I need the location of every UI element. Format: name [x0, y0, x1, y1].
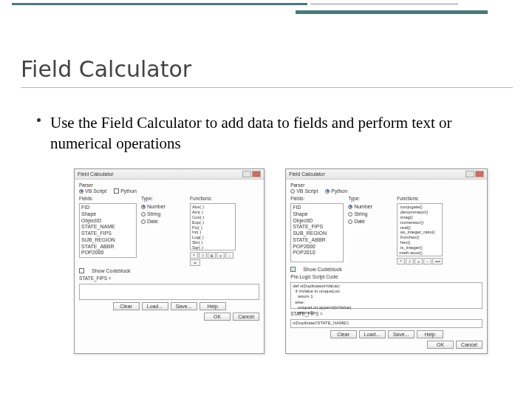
field-calculator-dialog-vb: Field Calculator Parser VB Script Python…: [74, 168, 265, 354]
page-title: Field Calculator: [21, 56, 191, 82]
op-minus[interactable]: -: [225, 252, 233, 259]
radio-type-number[interactable]: Number: [348, 204, 392, 209]
title-underline: [21, 87, 513, 88]
list-item[interactable]: STATE_FIPS: [81, 231, 134, 237]
radio-type-string[interactable]: String: [141, 211, 185, 216]
radio-vbscript[interactable]: VB Script: [79, 188, 106, 194]
window-title: Field Calculator: [289, 171, 325, 177]
help-button[interactable]: Help: [200, 302, 226, 310]
ok-button[interactable]: OK: [427, 341, 454, 349]
op-multiply[interactable]: *: [190, 252, 198, 259]
list-item[interactable]: math.acos(): [399, 250, 440, 256]
window-titlebar[interactable]: Field Calculator: [286, 169, 487, 180]
functions-listbox[interactable]: .conjugate() .denominator() .imag() .num…: [397, 203, 443, 256]
fields-listbox[interactable]: FID Shape ObjectID STATE_NAME STATE_FIPS…: [79, 203, 137, 258]
list-item[interactable]: .as_integer_ratio(): [399, 230, 440, 235]
op-minus[interactable]: -: [423, 258, 432, 265]
list-item[interactable]: Atn( ): [192, 210, 233, 215]
op-multiply[interactable]: *: [397, 258, 405, 265]
window-titlebar[interactable]: Field Calculator: [75, 169, 264, 180]
op-divide[interactable]: /: [199, 252, 207, 259]
radio-type-number[interactable]: Number: [141, 204, 185, 209]
help-icon[interactable]: [466, 171, 474, 177]
list-item[interactable]: ObjectID: [81, 218, 134, 225]
load-button[interactable]: Load...: [359, 330, 386, 338]
close-icon[interactable]: [475, 171, 484, 177]
cancel-button[interactable]: Cancel: [233, 313, 259, 321]
parser-label: Parser: [79, 183, 259, 188]
op-amp[interactable]: &: [208, 252, 216, 259]
list-item[interactable]: Sin( ): [192, 240, 233, 245]
list-item[interactable]: POP2010: [81, 256, 134, 258]
parser-label: Parser: [290, 183, 482, 188]
list-item[interactable]: Exp( ): [192, 220, 233, 225]
list-item[interactable]: SUB_REGION: [81, 237, 134, 244]
list-item[interactable]: Log( ): [192, 235, 233, 240]
op-divide[interactable]: /: [406, 258, 414, 265]
list-item[interactable]: STATE_NAME: [81, 224, 134, 231]
radio-type-string[interactable]: String: [348, 211, 392, 216]
fields-listbox[interactable]: FID Shape ObjectID STATE_FIPS SUB_REGION…: [290, 203, 344, 262]
load-button[interactable]: Load...: [142, 302, 168, 310]
radio-type-date[interactable]: Date: [141, 219, 185, 224]
list-item[interactable]: FID: [293, 205, 341, 211]
save-button[interactable]: Save...: [388, 330, 415, 338]
save-button[interactable]: Save...: [171, 302, 197, 310]
ok-button[interactable]: OK: [204, 313, 231, 321]
functions-label: Functions:: [397, 196, 443, 201]
list-item[interactable]: Cos( ): [192, 215, 233, 220]
list-item[interactable]: .is_integer(): [399, 245, 440, 250]
expression-field-label: STATE_FIPS =: [79, 276, 259, 281]
op-equals[interactable]: ==: [432, 258, 443, 265]
clear-button[interactable]: Clear: [113, 302, 140, 310]
expression-textarea[interactable]: isDuplicate(!STATE_NAME!): [290, 319, 482, 328]
list-item[interactable]: .conjugate(): [399, 205, 440, 210]
functions-label: Functions:: [190, 196, 236, 201]
show-codeblock-checkbox[interactable]: ✓: [290, 267, 296, 272]
operator-grid: * / & + - =: [190, 252, 236, 266]
radio-python[interactable]: Python: [325, 188, 347, 194]
help-button[interactable]: Help: [417, 330, 443, 338]
radio-python[interactable]: Python: [114, 188, 137, 194]
list-item[interactable]: .hex(): [399, 240, 440, 245]
fields-label: Fields:: [79, 196, 137, 201]
list-item[interactable]: .numerator(): [399, 220, 440, 225]
list-item[interactable]: STATE_FIPS: [293, 224, 341, 231]
list-item[interactable]: POP2010: [293, 250, 341, 256]
functions-listbox[interactable]: Abs( ) Atn( ) Cos( ) Exp( ) Fix( ) Int( …: [190, 203, 236, 250]
codeblock-label: Pre-Logic Script Code:: [290, 274, 482, 279]
op-plus[interactable]: +: [216, 252, 225, 259]
list-item[interactable]: .fromhex(): [399, 235, 440, 240]
list-item[interactable]: Int( ): [192, 230, 233, 235]
window-title: Field Calculator: [78, 171, 114, 177]
help-icon[interactable]: [242, 171, 251, 177]
expression-textarea[interactable]: [79, 284, 259, 300]
list-item[interactable]: .imag(): [399, 215, 440, 220]
list-item[interactable]: Shape: [81, 211, 134, 218]
radio-vbscript[interactable]: VB Script: [290, 188, 318, 194]
clear-button[interactable]: Clear: [330, 330, 357, 338]
radio-type-date[interactable]: Date: [348, 219, 392, 224]
list-item[interactable]: .denominator(): [399, 210, 440, 215]
show-codeblock-checkbox[interactable]: [79, 268, 84, 273]
cancel-button[interactable]: Cancel: [456, 341, 482, 349]
list-item[interactable]: .real(): [399, 225, 440, 231]
list-item[interactable]: Sqr( ): [192, 245, 233, 250]
list-item[interactable]: FID: [81, 205, 134, 211]
slide-decor: [0, 0, 532, 27]
list-item[interactable]: STATE_ABBR: [293, 237, 341, 244]
list-item[interactable]: Abs( ): [192, 205, 233, 210]
checkbox-icon: [114, 188, 119, 194]
op-plus[interactable]: +: [415, 258, 423, 265]
list-item[interactable]: Fix( ): [192, 225, 233, 231]
list-item[interactable]: SUB_REGION: [293, 231, 341, 237]
list-item[interactable]: STATE_ABBR: [81, 244, 134, 250]
list-item[interactable]: POP2000: [81, 250, 134, 256]
close-icon[interactable]: [252, 171, 261, 177]
type-label: Type:: [348, 196, 392, 201]
codeblock-textarea[interactable]: def isDuplicate(inValue): if inValue in …: [290, 282, 482, 309]
list-item[interactable]: Shape: [293, 211, 341, 218]
list-item[interactable]: ObjectID: [293, 218, 341, 225]
op-equals[interactable]: =: [190, 259, 200, 266]
list-item[interactable]: POP2000: [293, 244, 341, 250]
